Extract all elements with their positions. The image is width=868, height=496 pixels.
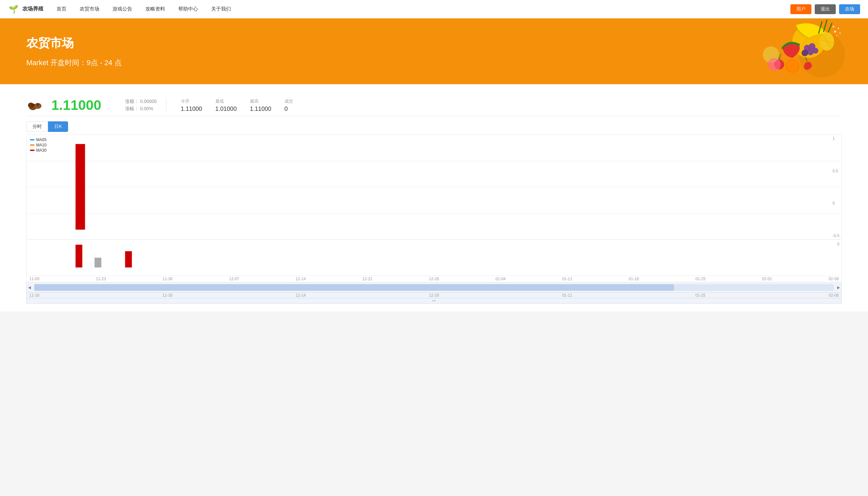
svg-line-20 (779, 54, 781, 60)
x-label-6: 12-28 (429, 277, 439, 281)
x-label-10: 01-25 (695, 277, 706, 281)
svg-point-33 (36, 103, 40, 106)
legend-ma05: MA05 (30, 138, 46, 142)
nav-market[interactable]: 农贸市场 (80, 6, 99, 12)
x-label-1: 11-23 (96, 277, 106, 281)
x-label-5: 12-21 (362, 277, 373, 281)
svg-line-6 (828, 24, 832, 33)
x-label-12: 02-08 (828, 277, 839, 281)
svg-rect-39 (76, 245, 82, 267)
scroll-right-arrow[interactable]: ▶ (836, 285, 841, 290)
main-chart-svg (27, 135, 841, 239)
high-value: 1.11000 (250, 106, 272, 112)
svg-point-16 (785, 59, 800, 73)
volume-label: 成交 (284, 98, 293, 104)
fruit-svg (756, 18, 848, 84)
change-amount-label: 涨额： (125, 99, 139, 104)
nav-help[interactable]: 帮助中心 (178, 6, 198, 12)
ma05-label: MA05 (36, 138, 46, 142)
hero-subtitle: Market 开盘时间：9点 - 24 点 (26, 58, 122, 68)
farm-button[interactable]: 农场 (839, 4, 860, 14)
scroll-thumb[interactable] (34, 284, 674, 291)
svg-rect-38 (76, 144, 85, 230)
svg-point-28 (836, 35, 837, 36)
ma30-color (30, 150, 34, 151)
stock-info-row: 1.11000 涨额： 0.00000 涨幅： 0.00% 今开 1.11000… (26, 92, 842, 116)
chart-legend: MA05 MA10 MA30 (30, 138, 46, 153)
stats-block: 今开 1.11000 最低 1.01000 最高 1.11000 成交 0 (174, 98, 293, 112)
volume-chart-container: 0 (26, 240, 842, 276)
scroll-x-6: 02-08 (828, 293, 839, 298)
hero-illustration (756, 18, 848, 84)
svg-rect-41 (125, 251, 132, 268)
main-chart-container: MA05 MA10 MA30 1 0.5 0 -0.5 (26, 135, 842, 240)
svg-point-25 (838, 28, 839, 29)
tab-minute[interactable]: 分时 (26, 121, 48, 132)
volume-value: 0 (284, 106, 293, 112)
scroll-track[interactable] (34, 284, 834, 291)
ma10-label: MA10 (36, 143, 46, 148)
stock-change-pct: 涨幅： 0.00% (125, 106, 157, 112)
stat-today-open: 今开 1.11000 (181, 98, 202, 112)
scroll-x-0: 11-16 (29, 293, 40, 298)
nav-guide[interactable]: 攻略资料 (145, 6, 165, 12)
ma30-label: MA30 (36, 148, 46, 153)
legend-ma30: MA30 (30, 148, 46, 153)
logout-button[interactable]: 退出 (815, 4, 836, 14)
nav-home[interactable]: 首页 (57, 6, 66, 12)
hero-title: 农贸市场 (26, 35, 122, 51)
today-open-label: 今开 (181, 98, 202, 104)
stock-price: 1.11000 (51, 97, 117, 113)
nav-actions: 用户 退出 农场 (790, 4, 860, 14)
today-open-value: 1.11000 (181, 106, 202, 112)
svg-text:🌱: 🌱 (9, 4, 18, 14)
legend-ma10: MA10 (30, 143, 46, 148)
logo-text: 农场养殖 (22, 5, 43, 13)
content-area: 1.11000 涨额： 0.00000 涨幅： 0.00% 今开 1.11000… (0, 84, 868, 311)
stat-low: 最低 1.01000 (215, 98, 237, 112)
nav-links: 首页 农贸市场 游戏公告 攻略资料 帮助中心 关于我们 (57, 6, 790, 12)
svg-point-27 (839, 33, 841, 34)
hero-text: 农贸市场 Market 开盘时间：9点 - 24 点 (26, 35, 122, 68)
x-label-9: 01-18 (629, 277, 639, 281)
volume-y-label: 0 (837, 242, 839, 246)
stock-change-block: 涨额： 0.00000 涨幅： 0.00% (125, 99, 167, 112)
tab-daily[interactable]: 日K (48, 121, 68, 132)
navbar: 🌱 农场养殖 首页 农贸市场 游戏公告 攻略资料 帮助中心 关于我们 用户 退出… (0, 0, 868, 18)
logo[interactable]: 🌱 农场养殖 (8, 3, 43, 15)
scroll-bar-area[interactable]: ◀ ▶ (26, 282, 842, 293)
ma10-color (30, 144, 34, 146)
scroll-x-labels: 11-16 11-30 12-14 12-28 01-11 01-25 02-0… (26, 293, 842, 298)
x-label-7: 01-04 (496, 277, 506, 281)
svg-line-5 (824, 20, 827, 32)
x-label-4: 12-14 (296, 277, 306, 281)
x-label-3: 12-07 (229, 277, 239, 281)
user-button[interactable]: 用户 (790, 4, 811, 14)
x-label-8: 01-11 (562, 277, 572, 281)
x-label-2: 11-30 (162, 277, 173, 281)
low-value: 1.01000 (215, 106, 237, 112)
svg-point-26 (833, 26, 835, 28)
chart-tabs: 分时 日K (26, 121, 842, 132)
hero-banner: 农贸市场 Market 开盘时间：9点 - 24 点 (0, 18, 868, 84)
change-pct-label: 涨幅： (125, 106, 139, 111)
x-label-0: 11-09 (29, 277, 40, 281)
ma05-color (30, 139, 34, 140)
scroll-x-3: 12-28 (429, 293, 439, 298)
scroll-dots: ••• (26, 298, 842, 304)
change-pct-value: 0.00% (140, 106, 153, 111)
stat-high: 最高 1.11000 (250, 98, 272, 112)
svg-point-15 (812, 48, 818, 53)
scroll-x-5: 01-25 (695, 293, 706, 298)
svg-point-32 (31, 104, 34, 107)
svg-point-23 (768, 58, 781, 71)
svg-point-24 (834, 31, 836, 33)
svg-rect-40 (94, 258, 101, 268)
scroll-x-4: 01-11 (562, 293, 572, 298)
nav-about[interactable]: 关于我们 (211, 6, 231, 12)
scroll-left-arrow[interactable]: ◀ (27, 285, 32, 290)
nav-announcement[interactable]: 游戏公告 (112, 6, 132, 12)
product-icon (26, 99, 43, 112)
volume-chart-svg (27, 240, 841, 276)
svg-point-14 (802, 50, 808, 56)
